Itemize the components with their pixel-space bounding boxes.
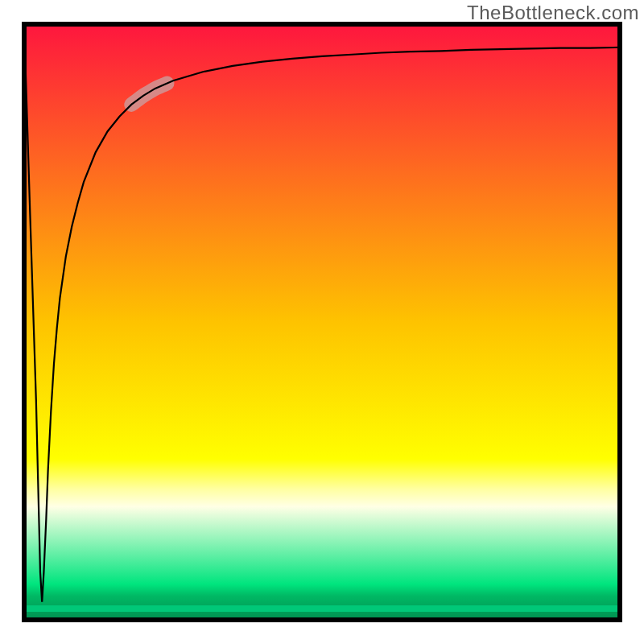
green-band (24, 605, 620, 612)
bottleneck-chart (0, 0, 644, 644)
watermark-text: TheBottleneck.com (467, 2, 639, 24)
chart-stage: TheBottleneck.com (0, 0, 644, 644)
plot-background (24, 24, 620, 620)
